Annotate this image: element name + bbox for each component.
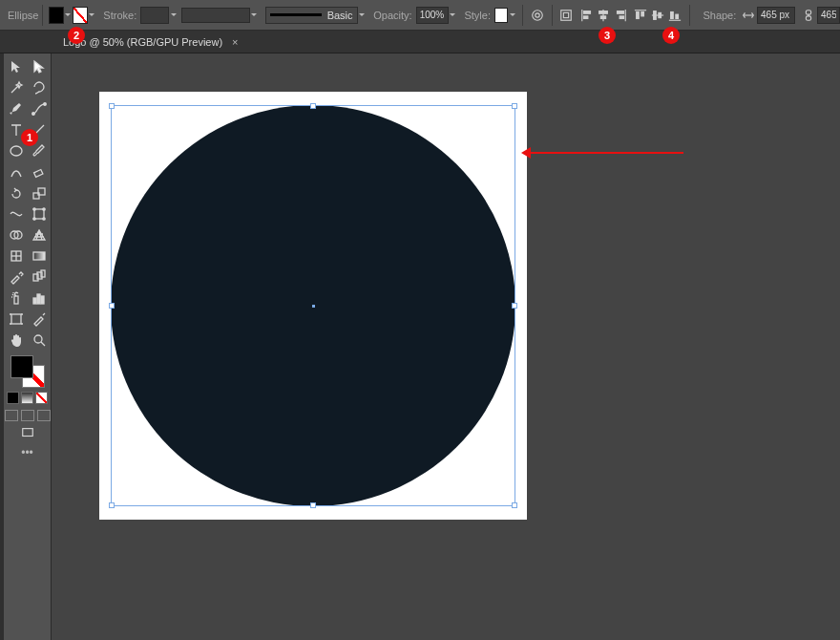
svg-point-56 (34, 335, 42, 343)
workspace: ••• (0, 53, 840, 640)
align-right-icon[interactable] (612, 6, 629, 25)
eyedropper-tool-icon[interactable] (7, 267, 26, 287)
draw-normal-icon[interactable] (5, 410, 18, 421)
stroke-weight-dropdown[interactable] (169, 9, 178, 22)
svg-point-27 (43, 103, 46, 106)
svg-rect-49 (37, 294, 40, 304)
style-dropdown[interactable] (508, 9, 516, 22)
recolor-artwork-icon[interactable] (529, 6, 546, 25)
scale-tool-icon[interactable] (30, 183, 49, 203)
separator (522, 5, 523, 26)
width-tool-icon[interactable] (7, 204, 26, 224)
color-well[interactable] (10, 355, 45, 388)
stroke-dropdown[interactable] (88, 9, 96, 22)
selection-tool-icon[interactable] (7, 57, 26, 76)
align-hcenter-icon[interactable] (595, 6, 612, 25)
shape-label: Shape: (695, 10, 740, 21)
stroke-profile[interactable] (181, 8, 250, 23)
canvas-stage[interactable] (52, 53, 840, 640)
fill-well[interactable] (10, 355, 33, 378)
svg-point-26 (32, 113, 34, 116)
svg-rect-21 (676, 14, 679, 18)
shape-width-input[interactable] (757, 7, 795, 24)
hand-tool-icon[interactable] (7, 331, 26, 350)
shaper-tool-icon[interactable] (7, 162, 26, 181)
fill-dropdown[interactable] (64, 9, 73, 22)
bounding-box[interactable] (111, 105, 515, 506)
stroke-profile-dropdown[interactable] (250, 9, 259, 22)
handle-left[interactable] (109, 303, 115, 309)
center-point (312, 305, 315, 308)
svg-point-37 (42, 218, 44, 220)
align-bottom-icon[interactable] (666, 6, 683, 25)
artboard-tool-icon[interactable] (7, 309, 26, 329)
direct-selection-tool-icon[interactable] (30, 57, 49, 76)
ellipse-tool-icon[interactable] (7, 141, 26, 160)
perspective-grid-tool-icon[interactable] (30, 225, 49, 245)
shape-builder-tool-icon[interactable] (7, 225, 26, 245)
handle-bottom-right[interactable] (512, 502, 517, 508)
svg-line-57 (41, 342, 45, 346)
align-vcenter-icon[interactable] (649, 6, 666, 25)
svg-rect-2 (561, 10, 572, 20)
column-graph-tool-icon[interactable] (30, 288, 49, 308)
gradient-mode-icon[interactable] (21, 392, 33, 404)
none-mode-icon[interactable] (35, 392, 48, 404)
zoom-tool-icon[interactable] (30, 331, 49, 350)
slice-tool-icon[interactable] (30, 309, 49, 329)
pen-tool-icon[interactable] (7, 99, 26, 118)
document-tab-title: Logo @ 50% (RGB/GPU Preview) (63, 36, 222, 48)
align-left-icon[interactable] (578, 6, 596, 25)
rotate-tool-icon[interactable] (7, 183, 26, 203)
svg-rect-8 (599, 11, 608, 13)
color-mode-icon[interactable] (7, 392, 19, 404)
style-swatch[interactable] (494, 8, 508, 23)
svg-rect-15 (641, 11, 644, 15)
close-tab-icon[interactable]: × (232, 36, 238, 48)
handle-right[interactable] (512, 303, 517, 309)
brush-definition[interactable]: Basic (265, 7, 358, 24)
svg-rect-14 (637, 11, 640, 18)
gradient-tool-icon[interactable] (30, 246, 49, 266)
separator (552, 5, 553, 26)
artboard[interactable] (99, 92, 527, 520)
free-transform-tool-icon[interactable] (30, 204, 49, 224)
svg-point-0 (532, 10, 542, 20)
annotation-badge-3: 3 (598, 27, 616, 44)
brush-dropdown[interactable] (358, 9, 367, 22)
svg-point-35 (42, 208, 44, 210)
link-wh-icon[interactable] (800, 6, 817, 25)
screen-mode-icon[interactable] (18, 423, 37, 442)
eraser-tool-icon[interactable] (30, 162, 49, 181)
stroke-weight-input[interactable] (140, 7, 169, 24)
handle-top-left[interactable] (109, 103, 115, 109)
blend-tool-icon[interactable] (30, 267, 49, 287)
handle-top-right[interactable] (512, 103, 517, 109)
lasso-tool-icon[interactable] (30, 78, 49, 97)
align-top-icon[interactable] (632, 6, 649, 25)
draw-behind-icon[interactable] (21, 410, 34, 421)
svg-rect-12 (620, 15, 623, 18)
svg-rect-51 (11, 314, 21, 324)
symbol-sprayer-tool-icon[interactable] (7, 288, 26, 308)
curvature-tool-icon[interactable] (30, 99, 49, 118)
handle-top[interactable] (310, 103, 316, 109)
magic-wand-tool-icon[interactable] (7, 78, 26, 97)
svg-rect-47 (14, 296, 18, 304)
align-to-icon[interactable] (557, 6, 575, 25)
svg-rect-5 (583, 11, 590, 13)
svg-rect-18 (659, 12, 662, 17)
draw-modes (7, 392, 48, 404)
mesh-tool-icon[interactable] (7, 246, 26, 266)
shape-height-input[interactable] (817, 7, 840, 24)
svg-rect-30 (33, 169, 42, 177)
stroke-swatch[interactable] (73, 7, 88, 24)
opacity-input[interactable] (416, 7, 449, 24)
opacity-dropdown[interactable] (449, 9, 457, 22)
handle-bottom-left[interactable] (109, 502, 115, 508)
edit-toolbar-icon[interactable]: ••• (21, 446, 33, 459)
draw-inside-icon[interactable] (37, 410, 51, 421)
handle-bottom[interactable] (310, 502, 316, 508)
svg-rect-11 (617, 11, 623, 13)
fill-swatch[interactable] (49, 7, 64, 24)
